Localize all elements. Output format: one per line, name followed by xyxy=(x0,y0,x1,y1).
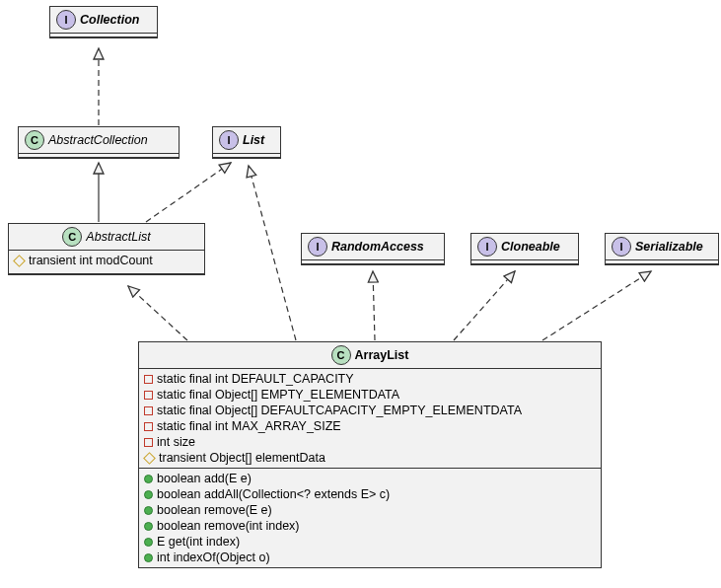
svg-line-7 xyxy=(542,271,651,340)
class-icon: C xyxy=(25,130,44,150)
field-row: int size xyxy=(144,434,596,450)
interface-icon: I xyxy=(612,237,631,257)
field-row: static final Object[] DEFAULTCAPACITY_EM… xyxy=(144,403,596,418)
field-text: int size xyxy=(157,435,195,449)
field-text: transient int modCount xyxy=(29,254,153,267)
interface-icon: I xyxy=(56,10,76,30)
field-text: static final Object[] DEFAULTCAPACITY_EM… xyxy=(157,404,522,417)
method-row: boolean remove(int index) xyxy=(144,518,596,534)
public-visibility-icon xyxy=(144,475,153,483)
method-text: E get(int index) xyxy=(157,535,240,549)
public-visibility-icon xyxy=(144,553,153,562)
class-name: Serializable xyxy=(635,240,703,254)
field-row: transient int modCount xyxy=(14,253,199,268)
class-list: I List xyxy=(212,126,281,159)
class-abstractcollection: C AbstractCollection xyxy=(18,126,180,159)
class-icon: C xyxy=(62,227,82,247)
method-text: boolean remove(int index) xyxy=(157,519,300,533)
public-visibility-icon xyxy=(144,538,153,547)
public-visibility-icon xyxy=(144,506,153,515)
class-name: Cloneable xyxy=(501,240,560,254)
interface-icon: I xyxy=(219,130,239,150)
svg-line-2 xyxy=(146,163,231,222)
private-visibility-icon xyxy=(144,406,153,415)
svg-line-5 xyxy=(373,271,375,340)
field-text: transient Object[] elementData xyxy=(159,451,325,465)
method-text: boolean add(E e) xyxy=(157,472,252,485)
private-visibility-icon xyxy=(144,375,153,384)
class-randomaccess: I RandomAccess xyxy=(301,233,445,265)
interface-icon: I xyxy=(308,237,327,257)
class-collection: I Collection xyxy=(49,6,158,38)
class-name: List xyxy=(243,133,264,147)
private-visibility-icon xyxy=(144,438,153,447)
fields-section: static final int DEFAULT_CAPACITY static… xyxy=(139,369,601,468)
method-text: boolean remove(E e) xyxy=(157,503,272,517)
methods-section: boolean add(E e) boolean addAll(Collecti… xyxy=(139,469,601,567)
field-row: static final int DEFAULT_CAPACITY xyxy=(144,371,596,387)
class-abstractlist: C AbstractList transient int modCount xyxy=(8,223,205,275)
private-visibility-icon xyxy=(144,422,153,431)
method-row: boolean remove(E e) xyxy=(144,502,596,518)
method-row: int indexOf(Object o) xyxy=(144,550,596,565)
field-text: static final int DEFAULT_CAPACITY xyxy=(157,372,354,386)
field-row: static final int MAX_ARRAY_SIZE xyxy=(144,418,596,434)
class-name: AbstractCollection xyxy=(48,133,148,147)
field-text: static final Object[] EMPTY_ELEMENTDATA xyxy=(157,388,399,402)
method-row: boolean add(E e) xyxy=(144,471,596,486)
package-visibility-icon xyxy=(13,255,26,267)
svg-line-3 xyxy=(128,286,187,340)
class-cloneable: I Cloneable xyxy=(470,233,579,265)
class-name: Collection xyxy=(80,13,139,27)
field-text: static final int MAX_ARRAY_SIZE xyxy=(157,419,341,433)
method-text: boolean addAll(Collection<? extends E> c… xyxy=(157,487,390,501)
svg-line-6 xyxy=(454,271,515,340)
class-name: AbstractList xyxy=(86,230,150,244)
method-row: boolean addAll(Collection<? extends E> c… xyxy=(144,486,596,502)
class-name: ArrayList xyxy=(355,348,409,362)
field-row: static final Object[] EMPTY_ELEMENTDATA xyxy=(144,387,596,403)
class-name: RandomAccess xyxy=(331,240,424,254)
method-row: E get(int index) xyxy=(144,534,596,550)
public-visibility-icon xyxy=(144,522,153,531)
private-visibility-icon xyxy=(144,391,153,400)
interface-icon: I xyxy=(477,237,497,257)
field-row: transient Object[] elementData xyxy=(144,450,596,466)
method-text: int indexOf(Object o) xyxy=(157,551,270,564)
class-arraylist: C ArrayList static final int DEFAULT_CAP… xyxy=(138,341,602,568)
package-visibility-icon xyxy=(143,452,156,465)
class-icon: C xyxy=(331,345,351,365)
svg-line-4 xyxy=(249,166,296,340)
public-visibility-icon xyxy=(144,490,153,499)
class-serializable: I Serializable xyxy=(605,233,719,265)
